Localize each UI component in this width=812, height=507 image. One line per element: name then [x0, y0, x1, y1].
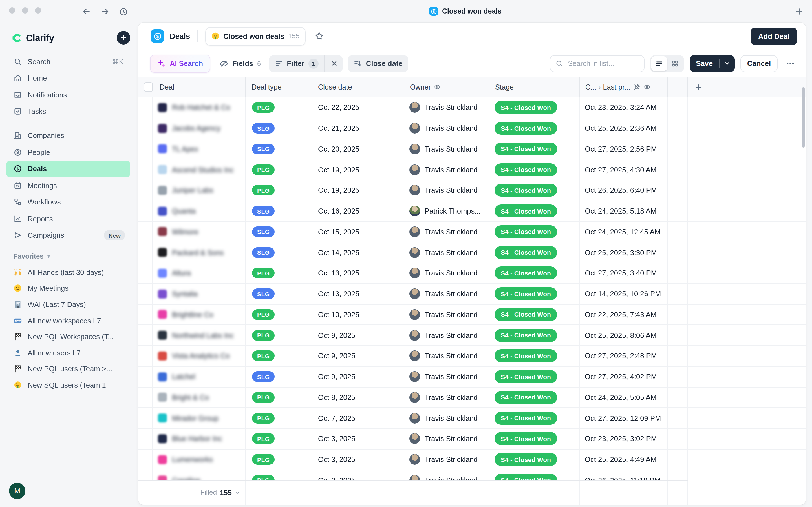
save-button[interactable]: Save — [690, 55, 735, 72]
deal-cell[interactable]: Wilmore — [153, 222, 246, 242]
last-pr-cell[interactable]: Oct 27, 2025, 4:02 PM — [580, 367, 668, 387]
save-dropdown-icon[interactable] — [719, 60, 735, 66]
deal-cell[interactable]: Juniper Labs — [153, 180, 246, 201]
table-row[interactable]: Packard & SonsSLGOct 14, 2025Travis Stri… — [138, 242, 806, 263]
cancel-button[interactable]: Cancel — [741, 55, 777, 72]
last-pr-cell[interactable]: Oct 22, 2025, 7:43 AM — [580, 304, 668, 325]
more-options-icon[interactable] — [783, 59, 797, 68]
deal-cell[interactable]: TL Apex — [153, 139, 246, 159]
deal-cell[interactable]: Mirador Group — [153, 408, 246, 429]
last-pr-cell[interactable]: Oct 27, 2025, 2:56 PM — [580, 139, 668, 159]
close-date-cell[interactable]: Oct 13, 2025 — [312, 263, 404, 283]
deal-type-cell[interactable]: SLG — [246, 284, 312, 304]
deal-cell[interactable]: Ascend Studios Inc — [153, 160, 246, 180]
grid-view-icon[interactable] — [667, 56, 683, 71]
ai-search-button[interactable]: AI Search — [150, 54, 210, 72]
new-tab-icon[interactable] — [795, 7, 804, 16]
deal-cell[interactable]: Syntalia — [153, 284, 246, 304]
owner-cell[interactable]: Travis Strickland — [404, 408, 490, 429]
column-header-owner[interactable]: Owner — [404, 77, 490, 97]
clear-filter-icon[interactable] — [324, 55, 343, 72]
last-pr-cell[interactable]: Oct 25, 2025, 8:06 AM — [580, 325, 668, 346]
favorite-item-new-sql-users-team-1[interactable]: New SQL users (Team 1... — [6, 377, 130, 393]
sidebar-item-tasks[interactable]: Tasks — [6, 103, 130, 120]
stage-cell[interactable]: S4 - Closed Won — [490, 118, 580, 138]
last-pr-cell[interactable]: Oct 27, 2025, 12:09 PM — [580, 408, 668, 429]
owner-cell[interactable]: Travis Strickland — [404, 118, 490, 138]
close-date-cell[interactable]: Oct 22, 2025 — [312, 98, 404, 118]
table-row[interactable]: Rob Hatchet & CoPLGOct 22, 2025Travis St… — [138, 98, 806, 118]
owner-cell[interactable]: Travis Strickland — [404, 450, 490, 470]
table-row[interactable]: WilmoreSLGOct 15, 2025Travis StricklandS… — [138, 222, 806, 242]
close-date-cell[interactable]: Oct 14, 2025 — [312, 242, 404, 263]
owner-cell[interactable]: Travis Strickland — [404, 284, 490, 304]
favorite-item-all-new-users-l7[interactable]: All new users L7 — [6, 345, 130, 361]
close-date-cell[interactable]: Oct 21, 2025 — [312, 118, 404, 138]
deal-cell[interactable]: Quanta — [153, 201, 246, 221]
stage-cell[interactable]: S4 - Closed Won — [490, 304, 580, 325]
column-header-close-date[interactable]: Close date — [312, 77, 404, 97]
deal-type-cell[interactable]: PLG — [246, 180, 312, 201]
stage-cell[interactable]: S4 - Closed Won — [490, 346, 580, 366]
stage-cell[interactable]: S4 - Closed Won — [490, 284, 580, 304]
deal-cell[interactable]: Lumenworks — [153, 450, 246, 470]
deal-cell[interactable]: Crestline — [153, 470, 246, 480]
favorite-item-my-meetings[interactable]: My Meetings — [6, 280, 130, 296]
search-in-list[interactable] — [550, 55, 645, 72]
close-date-cell[interactable]: Oct 10, 2025 — [312, 304, 404, 325]
deal-type-cell[interactable]: PLG — [246, 470, 312, 480]
deal-type-cell[interactable]: PLG — [246, 387, 312, 407]
deal-type-cell[interactable]: SLG — [246, 367, 312, 387]
table-row[interactable]: Bright & CoPLGOct 8, 2025Travis Strickla… — [138, 387, 806, 408]
last-pr-cell[interactable]: Oct 26, 2025, 11:19 PM — [580, 470, 668, 480]
filter-button[interactable]: Filter 1 — [269, 55, 343, 72]
sidebar-item-deals[interactable]: $Deals — [6, 161, 130, 177]
owner-cell[interactable]: Travis Strickland — [404, 346, 490, 366]
sidebar-item-people[interactable]: People — [6, 144, 130, 161]
close-date-cell[interactable]: Oct 9, 2025 — [312, 346, 404, 366]
table-row[interactable]: Ascend Studios IncPLGOct 19, 2025Travis … — [138, 160, 806, 180]
sidebar-item-home[interactable]: Home — [6, 70, 130, 87]
favorite-item-new-pql-users-team[interactable]: New PQL users (Team >... — [6, 361, 130, 377]
close-date-cell[interactable]: Oct 19, 2025 — [312, 160, 404, 180]
sidebar-item-search[interactable]: Search⌘K — [6, 54, 130, 70]
sort-button[interactable]: Close date — [348, 55, 408, 72]
owner-cell[interactable]: Travis Strickland — [404, 242, 490, 263]
owner-cell[interactable]: Travis Strickland — [404, 367, 490, 387]
stage-cell[interactable]: S4 - Closed Won — [490, 367, 580, 387]
favorite-item-all-hands-last-30-days[interactable]: All Hands (last 30 days) — [6, 264, 130, 280]
stage-cell[interactable]: S4 - Closed Won — [490, 139, 580, 159]
add-column-icon[interactable] — [695, 83, 703, 91]
deal-type-cell[interactable]: PLG — [246, 304, 312, 325]
deal-type-cell[interactable]: PLG — [246, 429, 312, 449]
close-date-cell[interactable]: Oct 20, 2025 — [312, 139, 404, 159]
deal-cell[interactable]: Jacobs Agency — [153, 118, 246, 138]
last-pr-cell[interactable]: Oct 24, 2025, 5:05 AM — [580, 387, 668, 407]
deal-cell[interactable]: Altura — [153, 263, 246, 283]
deal-cell[interactable]: Northwind Labs Inc — [153, 325, 246, 346]
owner-cell[interactable]: Travis Strickland — [404, 429, 490, 449]
table-row[interactable]: Blue Harbor IncPLGOct 3, 2025Travis Stri… — [138, 429, 806, 450]
close-date-cell[interactable]: Oct 13, 2025 — [312, 284, 404, 304]
deal-type-cell[interactable]: SLG — [246, 242, 312, 263]
owner-cell[interactable]: Travis Strickland — [404, 325, 490, 346]
stage-cell[interactable]: S4 - Closed Won — [490, 450, 580, 470]
close-date-cell[interactable]: Oct 3, 2025 — [312, 450, 404, 470]
last-pr-cell[interactable]: Oct 27, 2025, 4:30 AM — [580, 160, 668, 180]
column-header-stage[interactable]: Stage — [490, 77, 580, 97]
last-pr-cell[interactable]: Oct 25, 2025, 4:49 AM — [580, 450, 668, 470]
view-tab[interactable]: Closed won deals 155 — [205, 27, 306, 45]
sidebar-item-reports[interactable]: Reports — [6, 210, 130, 227]
sidebar-item-workflows[interactable]: Workflows — [6, 194, 130, 210]
stage-cell[interactable]: S4 - Closed Won — [490, 263, 580, 283]
table-row[interactable]: Brightline CoPLGOct 10, 2025Travis Stric… — [138, 304, 806, 325]
table-row[interactable]: TL ApexSLGOct 20, 2025Travis StricklandS… — [138, 139, 806, 160]
table-row[interactable]: CrestlinePLGOct 2, 2025Travis Strickland… — [138, 470, 806, 480]
search-input[interactable] — [567, 59, 639, 68]
owner-cell[interactable]: Travis Strickland — [404, 387, 490, 407]
filled-summary[interactable]: Filled 155 — [153, 480, 246, 505]
column-header-deal[interactable]: Deal — [153, 77, 246, 97]
sidebar-item-meetings[interactable]: 27Meetings — [6, 177, 130, 194]
stage-cell[interactable]: S4 - Closed Won — [490, 242, 580, 263]
stage-cell[interactable]: S4 - Closed Won — [490, 408, 580, 429]
